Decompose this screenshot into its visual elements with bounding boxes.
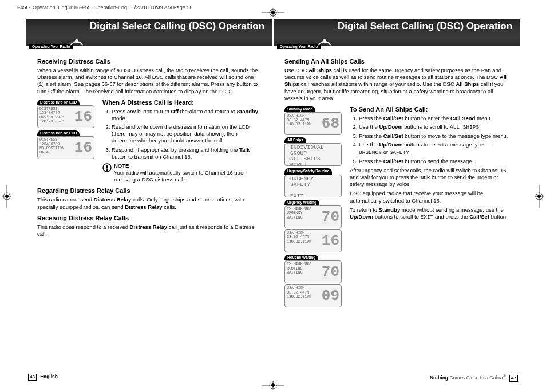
p-dsc: DSC equipped radios that receive your me… bbox=[350, 190, 509, 204]
banner-title-right: Digital Select Calling (DSC) Operation bbox=[338, 21, 512, 32]
banner-right: Operating Your Radio Digital Select Call… bbox=[274, 19, 520, 46]
lcd-text: USA HIGH 33.52.447N 118.02.119W bbox=[285, 285, 321, 307]
step-item: Respond, if appropriate, by pressing and… bbox=[112, 146, 262, 160]
lcd-text: TX HIGH USA URGENCY WAITING bbox=[285, 206, 321, 228]
lcd-label: Distress Info on LCD bbox=[37, 130, 80, 136]
h-recv-relay: Receiving Distress Relay Calls bbox=[37, 214, 262, 222]
page-number-left: 46 bbox=[28, 374, 37, 381]
registration-mark-bottom bbox=[262, 381, 284, 390]
right-page: Sending An All Ships Calls Use DSC All S… bbox=[273, 52, 520, 369]
step-item: Press any button to turn Off the alarm a… bbox=[112, 108, 262, 122]
lcd-screen: TX HIGH USA URGENCY WAITING 70 bbox=[284, 205, 342, 228]
p-receiving: When a vessel is within range of a DSC D… bbox=[37, 67, 262, 95]
footer-language: English bbox=[40, 374, 58, 379]
radio-wave-icon bbox=[315, 33, 334, 48]
lcd-text: →URGENCY SAFETY EXIT bbox=[285, 175, 341, 197]
lcd-label: Urgency Waiting bbox=[284, 200, 319, 205]
p-after: After urgency and safety calls, the radi… bbox=[350, 167, 509, 188]
lcd-label: All Ships bbox=[284, 137, 306, 143]
page-root: F45D_Operation_Eng:8186-F55_Operation-En… bbox=[0, 0, 546, 392]
p-regarding: This radio cannot send Distress Relay ca… bbox=[37, 196, 262, 210]
step-item: Press the Call/Set button to move to the… bbox=[359, 133, 509, 140]
registration-mark-top bbox=[262, 8, 284, 17]
h-sending: Sending An All Ships Calls bbox=[284, 57, 509, 65]
lcd-text: USA HIGH 33.52.447N 118.02.119W bbox=[285, 113, 321, 134]
lcd-channel: 16 bbox=[74, 137, 94, 159]
p-return: To return to Standby mode without sendin… bbox=[350, 207, 509, 221]
lcd-screen: INDIVIDUAL GROUP →ALL SHIPS ↓MORE↓ bbox=[284, 143, 342, 166]
radio-wave-icon bbox=[67, 33, 86, 48]
lcd-channel: 70 bbox=[321, 206, 341, 228]
lcd-channel: 68 bbox=[321, 113, 341, 134]
lcd-channel: 16 bbox=[321, 230, 341, 252]
lcd-screen: USA HIGH 33.52.447N 118.02.119W 09 bbox=[284, 284, 342, 307]
note-body: Your radio will automatically switch to … bbox=[114, 169, 262, 183]
step-item: Use the Up/Down buttons to select a mess… bbox=[359, 141, 509, 156]
left-page: Receiving Distress Calls When a vessel i… bbox=[26, 52, 273, 369]
lcd-text: DISTRESS 123456789 049°59.997' 126°23.35… bbox=[38, 106, 74, 128]
note-title: NOTE bbox=[114, 163, 262, 169]
svg-rect-19 bbox=[106, 165, 108, 168]
registration-mark-left bbox=[2, 185, 11, 208]
banner-title-left: Digital Select Calling (DSC) Operation bbox=[90, 21, 264, 32]
lcd-screen: TX HIGH USA ROUTINE WAITING 70 bbox=[284, 260, 342, 283]
lcd-text: INDIVIDUAL GROUP →ALL SHIPS ↓MORE↓ bbox=[285, 144, 341, 165]
footer-left: 46 English bbox=[26, 374, 58, 382]
h-receiving: Receiving Distress Calls bbox=[37, 57, 262, 65]
lcd-text: TX HIGH USA ROUTINE WAITING bbox=[285, 261, 321, 283]
note-icon bbox=[102, 163, 114, 183]
page-footer: 46 English Nothing Comes Close to a Cobr… bbox=[26, 374, 520, 382]
lcd-screen: DISTRESS 123456789 049°59.997' 126°23.35… bbox=[37, 105, 94, 128]
svg-rect-20 bbox=[106, 169, 108, 171]
lcd-channel: 16 bbox=[74, 106, 94, 128]
lcd-label: Urgency/Safety/Routine bbox=[284, 168, 332, 174]
content-spread: Receiving Distress Calls When a vessel i… bbox=[26, 52, 520, 369]
h-when-heard: When A Distress Call Is Heard: bbox=[102, 98, 262, 106]
p-sending: Use DSC All Ships call is used for the s… bbox=[284, 67, 509, 102]
page-number-right: 47 bbox=[509, 375, 518, 382]
registration-mark-right bbox=[535, 185, 544, 208]
lcd-label: Standby Mode bbox=[284, 106, 315, 112]
footer-right: Nothing Comes Close to a Cobra® 47 bbox=[430, 374, 520, 382]
banner-bar: Operating Your Radio Digital Select Call… bbox=[26, 19, 520, 46]
step-item: Use the Up/Down buttons to scroll to ALL… bbox=[359, 124, 509, 131]
lcd-screen: DISTRESS 123456789 NO POSITION DATA 16 bbox=[37, 136, 94, 159]
lcd-column-left: Distress Info on LCD DISTRESS 123456789 … bbox=[37, 98, 99, 184]
lcd-screen: USA HIGH 33.52.447N 118.02.119W 16 bbox=[284, 229, 342, 252]
lcd-label: Distress Info on LCD bbox=[37, 100, 80, 105]
note-block: NOTE Your radio will automatically switc… bbox=[102, 163, 262, 183]
lcd-screen: →URGENCY SAFETY EXIT bbox=[284, 175, 342, 197]
h-regarding: Regarding Distress Relay Calls bbox=[37, 187, 262, 195]
lcd-column-right: Standby Mode USA HIGH 33.52.447N 118.02.… bbox=[284, 105, 346, 309]
step-item: Read and write down the distress informa… bbox=[112, 124, 262, 144]
lcd-channel: 09 bbox=[321, 285, 341, 307]
h-tosend: To Send An All Ships Call: bbox=[350, 105, 509, 113]
banner-left: Operating Your Radio Digital Select Call… bbox=[26, 19, 272, 46]
file-header-line: F45D_Operation_Eng:8186-F55_Operation-En… bbox=[17, 5, 192, 10]
lcd-text: USA HIGH 33.52.447N 118.02.119W bbox=[285, 230, 321, 252]
lcd-channel: 70 bbox=[321, 261, 341, 283]
left-steps-column: When A Distress Call Is Heard: Press any… bbox=[99, 98, 262, 184]
lcd-text: DISTRESS 123456789 NO POSITION DATA bbox=[38, 137, 74, 159]
right-steps-column: To Send An All Ships Call: Press the Cal… bbox=[346, 105, 509, 309]
step-item: Press the Call/Set button to enter the C… bbox=[359, 115, 509, 122]
lcd-label: Routine Waiting bbox=[284, 255, 318, 260]
lcd-screen: USA HIGH 33.52.447N 118.02.119W 68 bbox=[284, 112, 342, 135]
step-item: Press the Call/Set button to send the me… bbox=[359, 158, 509, 165]
p-recv-relay: This radio does respond to a received Di… bbox=[37, 224, 262, 237]
